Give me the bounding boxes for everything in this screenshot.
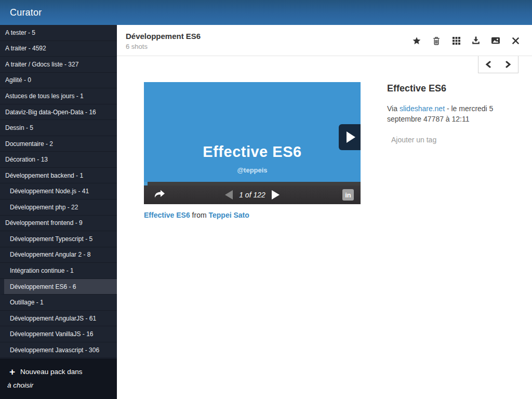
sidebar-list: A tester - 5A traiter - 4592A traiter / … [0,25,117,358]
new-pack-target[interactable]: à choisir [7,381,117,389]
shot-detail-panel: Effective ES6 Via slideshare.net - le me… [387,83,509,144]
page-indicator: 1 of 122 [239,191,265,199]
grid-view-button[interactable] [452,36,460,45]
trash-icon [432,36,441,45]
next-slide-button[interactable] [272,190,280,200]
previous-slide-button[interactable] [225,190,233,200]
toolbar [413,25,520,56]
meta-date-part2: septembre 47787 à 12:11 [387,115,470,123]
sidebar-item[interactable]: Développement backend - 1 [0,168,117,184]
shots-count: 6 shots [126,43,148,50]
close-icon [512,37,520,45]
add-tag-input[interactable]: Ajouter un tag [387,136,509,144]
shot-title: Effective ES6 [387,83,509,94]
sidebar-item[interactable]: Développement ES6 - 6 [0,279,117,295]
chevron-left-icon [485,61,491,68]
image-icon [491,37,500,44]
sidebar-item[interactable]: Astuces de tous les jours - 1 [0,88,117,104]
sidebar-item[interactable]: Dessin - 5 [0,120,117,136]
app-header: Curator [0,0,532,25]
sidebar-item[interactable]: Développement AngularJS - 61 [0,311,117,327]
content-header: Développement ES6 6 shots [117,25,532,56]
sidebar-item-label: Développement php - 22 [10,204,78,211]
slide-progress-bar[interactable] [144,182,361,185]
sidebar-item-label: Documentaire - 2 [5,140,53,148]
shot-meta: Via slideshare.net - le mercredi 5 septe… [387,103,509,124]
new-pack-button[interactable]: + Nouveau pack dans à choisir [0,358,117,399]
sidebar-item-label: Astuces de tous les jours - 1 [5,92,84,100]
slide-author-link[interactable]: Teppei Sato [209,211,249,219]
download-button[interactable] [472,36,480,45]
slide-progress-fill [144,182,148,185]
sidebar-item[interactable]: A tester - 5 [0,25,117,41]
attribution-line: Effective ES6 from Teppei Sato [144,211,249,219]
slide-cover[interactable]: Effective ES6 @teppeis [144,82,361,182]
meta-date-part1: - le mercredi 5 [445,104,493,113]
sidebar-item[interactable]: Développement Node.js - 41 [0,183,117,200]
sidebar-item-label: Développement VanillaJS - 16 [10,330,94,338]
sidebar-item-label: Développement Typescript - 5 [10,235,92,243]
sidebar-item[interactable]: Intégration continue - 1 [0,263,117,279]
next-shot-button[interactable] [500,57,516,72]
sidebar-item-label: Décoration - 13 [5,156,48,163]
sidebar-item-label: Dataviz-Big data-Open-Data - 16 [5,109,96,116]
sidebar-item-label: Développement Angular 2 - 8 [10,251,90,258]
sidebar-item[interactable]: Développement Javascript - 306 [0,342,117,358]
delete-button[interactable] [432,36,441,45]
slide-controls: 1 of 122 in [144,185,361,204]
slide-title-link[interactable]: Effective ES6 [144,211,190,219]
sidebar-item[interactable]: Agilité - 0 [0,73,117,89]
sidebar-item[interactable]: Développement Angular 2 - 8 [0,247,117,263]
sidebar-item[interactable]: Développement VanillaJS - 16 [0,326,117,342]
sidebar-item-label: Développement frontend - 9 [5,219,83,227]
via-prefix: Via [387,104,400,113]
previous-shot-button[interactable] [481,57,496,72]
source-link[interactable]: slideshare.net [400,104,445,113]
grid-icon [453,37,460,45]
sidebar-item-label: A traiter - 4592 [5,45,46,52]
sidebar-item[interactable]: Documentaire - 2 [0,136,117,152]
linkedin-icon[interactable]: in [342,189,354,201]
sidebar-item[interactable]: Développement Typescript - 5 [0,231,117,247]
chevron-right-icon [505,61,511,68]
star-icon [413,36,421,45]
app-title: Curator [10,7,42,18]
play-icon [347,131,355,143]
sidebar-item-label: A traiter / Gdocs liste - 327 [5,61,78,68]
plus-icon: + [9,367,15,377]
new-pack-label: Nouveau pack dans [20,368,82,376]
page-title: Développement ES6 [126,32,201,41]
sidebar-item[interactable]: Dataviz-Big data-Open-Data - 16 [0,104,117,121]
sidebar-item-label: Outillage - 1 [10,299,44,306]
sidebar-item[interactable]: A traiter / Gdocs liste - 327 [0,57,117,73]
sidebar-item-label: Développement ES6 - 6 [10,283,76,290]
attribution-connector: from [192,211,207,219]
slide-author: @teppeis [144,166,361,174]
sidebar-item[interactable]: Développement php - 22 [0,200,117,216]
sidebar-item-label: Développement Node.js - 41 [10,188,89,195]
favorite-button[interactable] [413,36,421,45]
slideshare-embed: Effective ES6 @teppeis 1 of 122 in [144,82,361,204]
sidebar-item-label: Développement backend - 1 [5,172,83,179]
image-button[interactable] [491,36,500,45]
sidebar-item-label: Intégration continue - 1 [10,267,74,274]
main-content: Développement ES6 6 shots [117,25,532,399]
sidebar-item-label: Agilité - 0 [5,76,31,84]
slide-title: Effective ES6 [144,143,361,161]
sidebar-item-label: Développement Javascript - 306 [10,347,99,354]
close-button[interactable] [511,36,520,45]
sidebar: A tester - 5A traiter - 4592A traiter / … [0,25,117,399]
sidebar-item-label: A tester - 5 [5,29,35,36]
sidebar-item-label: Développement AngularJS - 61 [10,315,96,322]
play-button[interactable] [339,124,361,150]
sidebar-item[interactable]: Développement frontend - 9 [0,216,117,232]
sidebar-item[interactable]: A traiter - 4592 [0,41,117,57]
download-icon [472,36,480,45]
sidebar-item-label: Dessin - 5 [5,124,33,131]
shot-pager [478,56,518,73]
sidebar-item[interactable]: Outillage - 1 [0,295,117,311]
sidebar-item[interactable]: Décoration - 13 [0,152,117,168]
